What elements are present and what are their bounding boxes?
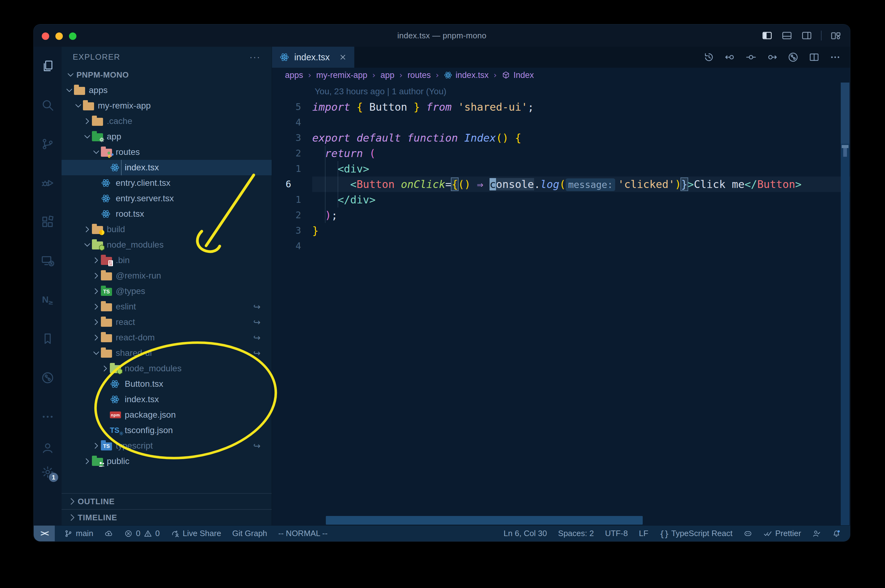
status-feedback[interactable] (812, 529, 821, 538)
status-indentation[interactable]: Spaces: 2 (558, 529, 594, 538)
tree-item-root.tsx[interactable]: root.tsx (62, 206, 272, 222)
chevron-right-icon[interactable] (101, 364, 110, 373)
status-branch[interactable]: main (64, 529, 93, 538)
status-copilot[interactable] (744, 529, 752, 538)
chevron-down-icon[interactable] (65, 86, 74, 95)
status-vim-mode[interactable]: -- NORMAL -- (278, 529, 327, 538)
zoom-window-button[interactable] (69, 33, 77, 40)
more-icon[interactable] (829, 52, 841, 63)
workspace-root[interactable]: PNPM-MONO (62, 67, 272, 82)
layout-custom-icon[interactable] (830, 30, 841, 41)
breadcrumb-Index[interactable]: Index (501, 70, 534, 80)
activity-explorer-icon[interactable] (34, 46, 62, 86)
tree-item-apps[interactable]: apps (62, 82, 272, 98)
horizontal-scrollbar-thumb[interactable] (326, 516, 643, 525)
chevron-right-icon[interactable] (92, 286, 101, 296)
activity-run-debug-icon[interactable] (34, 164, 62, 202)
chevron-down-icon[interactable] (74, 101, 83, 110)
history-icon[interactable] (703, 52, 715, 63)
layout-right-icon[interactable] (801, 30, 812, 41)
sidebar-section-outline[interactable]: OUTLINE (62, 493, 272, 509)
chevron-right-icon[interactable] (92, 333, 101, 342)
tree-item-package.json[interactable]: npmpackage.json (62, 407, 272, 423)
activity-nx-console-icon[interactable]: N≥ (34, 280, 62, 320)
tree-item-routes[interactable]: routes (62, 144, 272, 160)
activity-extensions-icon[interactable] (34, 202, 62, 242)
tree-item-app[interactable]: app (62, 129, 272, 144)
tree-item-typescript[interactable]: TStypescript↪ (62, 438, 272, 453)
activity-search-icon[interactable] (34, 86, 62, 124)
sidebar-section-timeline[interactable]: TIMELINE (62, 509, 272, 525)
tree-item-tsconfig.json[interactable]: TStsconfig.json (62, 423, 272, 438)
code-area[interactable]: You, 23 hours ago | 1 author (You)5impor… (272, 82, 850, 525)
breadcrumb-index.tsx[interactable]: index.tsx (444, 70, 489, 80)
breadcrumb-app[interactable]: app (380, 70, 394, 80)
status-notifications[interactable] (832, 529, 841, 538)
status-eol[interactable]: LF (639, 529, 648, 538)
chevron-right-icon[interactable] (83, 117, 92, 126)
vertical-scrollbar[interactable] (841, 82, 849, 525)
chevron-right-icon[interactable] (83, 225, 92, 234)
nav-dash-icon[interactable] (745, 52, 757, 63)
nav-back-icon[interactable] (724, 52, 736, 63)
nav-fwd-icon[interactable] (766, 52, 778, 63)
chevron-right-icon[interactable] (92, 318, 101, 327)
explorer-more-actions-icon[interactable]: ··· (250, 52, 260, 62)
status-sync[interactable] (104, 529, 113, 538)
chevron-right-icon[interactable] (92, 271, 101, 280)
tree-item-entry.server.tsx[interactable]: entry.server.tsx (62, 191, 272, 206)
status-language[interactable]: {}TypeScript React (659, 529, 733, 538)
tree-item-@remix-run[interactable]: @remix-run (62, 268, 272, 284)
activity-settings-icon[interactable]: 1 (41, 465, 54, 479)
tree-item-Button.tsx[interactable]: Button.tsx (62, 376, 272, 392)
activity-git-graph-icon[interactable] (34, 358, 62, 397)
tree-item-react[interactable]: react↪ (62, 314, 272, 330)
close-window-button[interactable] (42, 33, 49, 40)
chevron-right-icon[interactable] (92, 302, 101, 311)
chevron-down-icon[interactable] (92, 147, 101, 157)
status-git-graph[interactable]: Git Graph (232, 529, 267, 538)
vertical-scrollbar-thumb[interactable] (841, 82, 849, 144)
tree-item-shared-ui[interactable]: shared-ui↪ (62, 345, 272, 361)
tree-item-index.tsx[interactable]: index.tsx (62, 392, 272, 407)
minimize-window-button[interactable] (56, 33, 63, 40)
tab-close-icon[interactable] (339, 53, 347, 61)
tree-item-my-remix-app[interactable]: my-remix-app (62, 98, 272, 114)
activity-more-views-icon[interactable] (34, 397, 62, 436)
activity-source-control-icon[interactable] (34, 124, 62, 164)
layout-panel-icon[interactable] (781, 30, 792, 41)
status-problems[interactable]: 00 (124, 529, 160, 538)
tree-item-.cache[interactable]: .cache (62, 114, 272, 129)
chevron-down-icon[interactable] (66, 70, 75, 80)
breadcrumb-routes[interactable]: routes (408, 70, 431, 80)
status-encoding[interactable]: UTF-8 (605, 529, 628, 538)
split-icon[interactable] (808, 52, 820, 63)
tree-item-node_modules[interactable]: node_modules (62, 361, 272, 376)
status-live-share[interactable]: Live Share (171, 529, 221, 538)
tree-item-public[interactable]: public (62, 453, 272, 469)
tree-item-eslint[interactable]: eslint↪ (62, 299, 272, 314)
activity-account-icon[interactable] (41, 441, 54, 455)
chevron-down-icon[interactable] (83, 240, 92, 249)
remote-indicator[interactable]: >< (34, 525, 55, 542)
breadcrumb-apps[interactable]: apps (285, 70, 303, 80)
activity-remote-explorer-icon[interactable] (34, 242, 62, 280)
activity-bookmarks-icon[interactable] (34, 320, 62, 358)
breadcrumb-my-remix-app[interactable]: my-remix-app (316, 70, 367, 80)
chevron-right-icon[interactable] (83, 457, 92, 466)
tree-item-@types[interactable]: TS@types (62, 284, 272, 299)
tab-index-tsx[interactable]: index.tsx (272, 46, 354, 68)
tree-item-node_modules[interactable]: node_modules (62, 237, 272, 253)
chevron-right-icon[interactable] (92, 256, 101, 265)
tree-item-entry.client.tsx[interactable]: entry.client.tsx (62, 175, 272, 191)
status-prettier[interactable]: Prettier (763, 529, 801, 538)
circle-branch-icon[interactable] (787, 52, 799, 63)
status-cursor-position[interactable]: Ln 6, Col 30 (503, 529, 547, 538)
layout-sidebar-icon[interactable] (762, 30, 773, 41)
chevron-down-icon[interactable] (83, 132, 92, 141)
tree-item-react-dom[interactable]: react-dom↪ (62, 330, 272, 345)
tree-item-.bin[interactable]: 0110.bin (62, 253, 272, 268)
tree-item-index.tsx[interactable]: index.tsx (62, 160, 272, 175)
chevron-right-icon[interactable] (92, 441, 101, 450)
tree-item-build[interactable]: build (62, 222, 272, 237)
